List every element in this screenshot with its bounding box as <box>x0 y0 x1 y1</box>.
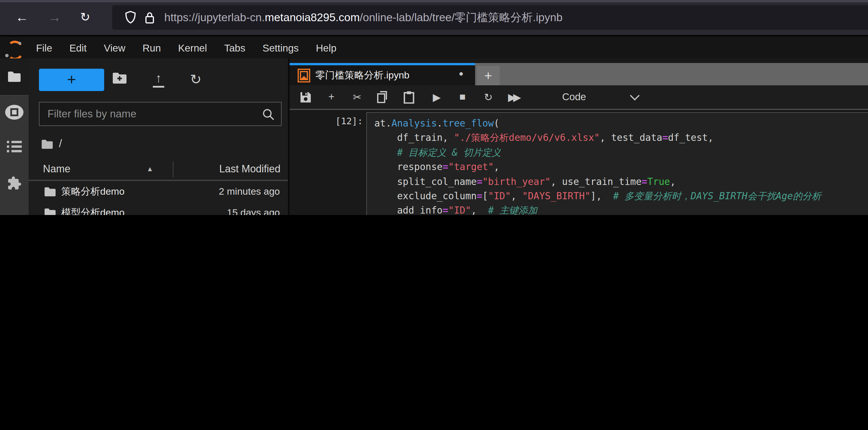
chevron-down-icon[interactable] <box>625 85 645 109</box>
unsaved-dot-icon[interactable]: ● <box>459 69 464 78</box>
file-list-header: Name ▲ Last Modified <box>29 159 288 181</box>
menu-item-kernel[interactable]: Kernel <box>169 42 216 54</box>
file-modified: 2 minutes ago <box>219 186 280 197</box>
main-dock-panel: 零门槛策略分析.ipynb ● + + ✂ <box>290 58 868 215</box>
sidebar-item-table-of-contents[interactable] <box>0 140 29 153</box>
menu-item-file[interactable]: File <box>28 42 61 54</box>
tab-title: 零门槛策略分析.ipynb <box>315 69 409 82</box>
new-tab-button[interactable]: + <box>477 66 500 85</box>
folder-icon <box>44 185 56 198</box>
file-modified: 15 days ago <box>227 207 280 215</box>
new-folder-icon <box>112 72 127 84</box>
application-window: ← → ↻ https://jupyterlab-cn.metanoia8295… <box>0 0 868 215</box>
refresh-files-button[interactable]: ↻ <box>190 71 202 88</box>
folder-icon <box>44 207 56 215</box>
interrupt-kernel-button[interactable]: ■ <box>453 85 472 109</box>
file-browser-panel: + ↑ ↻ / Name ▲ Last Modified <box>29 58 290 215</box>
code-line: at.Analysis.tree_flow( <box>374 116 868 131</box>
browser-forward-icon[interactable]: → <box>48 8 61 26</box>
menu-item-tabs[interactable]: Tabs <box>216 42 254 54</box>
list-icon <box>7 140 22 153</box>
copy-icon <box>377 91 388 103</box>
activity-sidebar <box>0 58 29 215</box>
menu-item-edit[interactable]: Edit <box>61 42 95 54</box>
dock-tab-bar: 零门槛策略分析.ipynb ● + <box>290 63 868 85</box>
save-button[interactable] <box>296 85 315 109</box>
code-line: split_col_name="birth_year", use_train_t… <box>374 174 868 189</box>
column-header-modified[interactable]: Last Modified <box>219 163 280 175</box>
menu-item-run[interactable]: Run <box>134 42 169 54</box>
file-list: 策略分析demo2 minutes ago模型分析demo15 days ago… <box>29 181 288 215</box>
notebook-toolbar: + ✂ ▶ ■ ↻ ▶▶ Code <box>290 85 868 110</box>
sidebar-item-running-kernels[interactable] <box>0 105 29 120</box>
breadcrumb-root[interactable]: / <box>59 137 62 150</box>
file-name: 策略分析demo <box>61 185 124 198</box>
stop-circle-icon <box>5 105 24 120</box>
insert-cell-button[interactable]: + <box>322 85 341 109</box>
magnifier-icon <box>261 108 275 121</box>
menu-item-settings[interactable]: Settings <box>254 42 307 54</box>
sidebar-item-filebrowser[interactable] <box>0 71 29 82</box>
browser-back-icon[interactable]: ← <box>16 8 29 26</box>
column-divider <box>173 161 174 178</box>
code-line: # 目标定义 & 切片定义 <box>374 146 868 160</box>
address-bar[interactable]: https://jupyterlab-cn.metanoia8295.com/o… <box>112 5 868 30</box>
notebook-icon <box>298 68 310 82</box>
code-cell-editor[interactable]: at.Analysis.tree_flow( df_train, "./策略分析… <box>366 112 868 215</box>
paste-cells-button[interactable] <box>399 85 418 109</box>
file-filter-input[interactable] <box>39 102 281 125</box>
menu-item-help[interactable]: Help <box>307 42 345 54</box>
restart-run-all-button[interactable]: ▶▶ <box>504 85 524 109</box>
new-launcher-button[interactable]: + <box>39 69 104 91</box>
file-row[interactable]: 模型分析demo15 days ago <box>29 203 288 215</box>
jupyterlab-menubar: FileEditViewRunKernelTabsSettingsHelp <box>0 35 868 60</box>
new-folder-button[interactable] <box>112 72 127 87</box>
jupyterlab-logo-icon <box>5 41 21 57</box>
puzzle-icon <box>7 176 22 191</box>
folder-icon <box>7 71 21 82</box>
tab-notebook[interactable]: 零门槛策略分析.ipynb ● <box>290 63 475 85</box>
browser-reload-icon[interactable]: ↻ <box>80 8 90 26</box>
sidebar-item-extensions[interactable] <box>0 176 29 191</box>
menu-items: FileEditViewRunKernelTabsSettingsHelp <box>28 42 345 54</box>
file-name: 模型分析demo <box>61 207 124 215</box>
code-line: df_train, "./策略分析demo/v6/v6.xlsx", test_… <box>374 131 868 146</box>
cut-cells-button[interactable]: ✂ <box>347 85 367 109</box>
url-text: https://jupyterlab-cn.metanoia8295.com/o… <box>164 10 563 25</box>
code-line: add_info="ID", # 主键添加 <box>374 204 868 215</box>
menu-item-view[interactable]: View <box>95 42 134 54</box>
code-lines: at.Analysis.tree_flow( df_train, "./策略分析… <box>367 113 868 215</box>
copy-cells-button[interactable] <box>373 85 392 109</box>
folder-icon <box>41 139 53 149</box>
code-line: response="target", <box>374 160 868 174</box>
sort-ascending-icon[interactable]: ▲ <box>147 165 153 173</box>
file-row[interactable]: 策略分析demo2 minutes ago <box>29 181 288 203</box>
cell-type-dropdown[interactable]: Code <box>554 85 594 109</box>
cell-execution-prompt: [12]: <box>290 116 363 126</box>
save-icon <box>300 91 311 103</box>
paste-icon <box>403 91 414 103</box>
browser-toolbar: ← → ↻ https://jupyterlab-cn.metanoia8295… <box>0 0 868 35</box>
breadcrumb[interactable]: / <box>41 137 62 150</box>
shield-icon[interactable] <box>125 11 136 24</box>
lock-icon[interactable] <box>145 11 155 24</box>
column-header-name[interactable]: Name <box>43 163 70 175</box>
restart-kernel-button[interactable]: ↻ <box>478 85 498 109</box>
code-line: exclude_column=["ID", "DAYS_BIRTH"], # 多… <box>374 189 868 204</box>
run-cell-button[interactable]: ▶ <box>427 85 446 109</box>
upload-button[interactable]: ↑ <box>152 71 165 86</box>
window-edge <box>0 0 868 2</box>
file-filter-box <box>39 102 282 126</box>
